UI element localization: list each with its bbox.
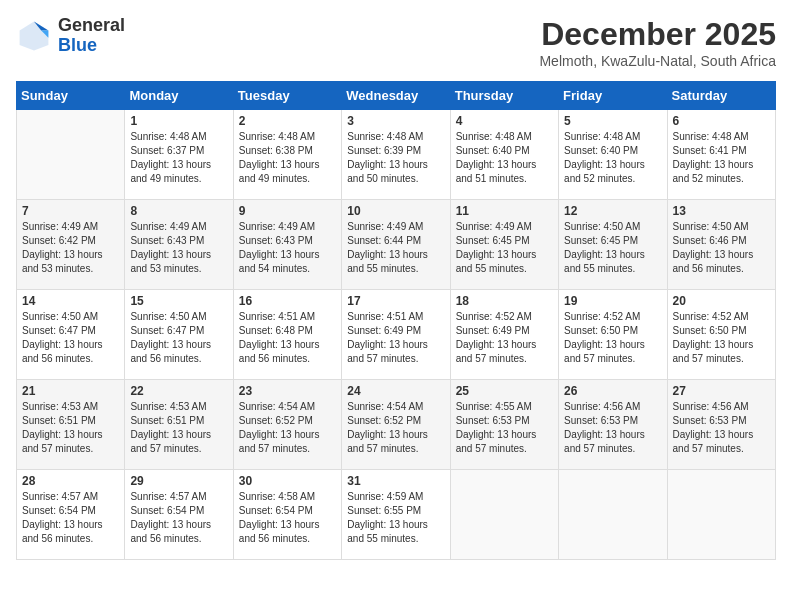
cell-content: Sunrise: 4:48 AMSunset: 6:40 PMDaylight:… (456, 130, 553, 186)
day-number: 16 (239, 294, 336, 308)
cell-content: Sunrise: 4:48 AMSunset: 6:37 PMDaylight:… (130, 130, 227, 186)
cell-content: Sunrise: 4:52 AMSunset: 6:49 PMDaylight:… (456, 310, 553, 366)
cell-content: Sunrise: 4:50 AMSunset: 6:45 PMDaylight:… (564, 220, 661, 276)
cell-content: Sunrise: 4:49 AMSunset: 6:45 PMDaylight:… (456, 220, 553, 276)
cell-content: Sunrise: 4:48 AMSunset: 6:40 PMDaylight:… (564, 130, 661, 186)
calendar-cell: 23 Sunrise: 4:54 AMSunset: 6:52 PMDaylig… (233, 380, 341, 470)
day-number: 3 (347, 114, 444, 128)
day-number: 22 (130, 384, 227, 398)
cell-content: Sunrise: 4:52 AMSunset: 6:50 PMDaylight:… (673, 310, 770, 366)
day-number: 17 (347, 294, 444, 308)
calendar-week-2: 7 Sunrise: 4:49 AMSunset: 6:42 PMDayligh… (17, 200, 776, 290)
logo-icon (16, 18, 52, 54)
cell-content: Sunrise: 4:59 AMSunset: 6:55 PMDaylight:… (347, 490, 444, 546)
calendar-cell: 25 Sunrise: 4:55 AMSunset: 6:53 PMDaylig… (450, 380, 558, 470)
cell-content: Sunrise: 4:49 AMSunset: 6:43 PMDaylight:… (239, 220, 336, 276)
day-number: 8 (130, 204, 227, 218)
day-number: 24 (347, 384, 444, 398)
calendar-cell: 9 Sunrise: 4:49 AMSunset: 6:43 PMDayligh… (233, 200, 341, 290)
calendar-cell: 4 Sunrise: 4:48 AMSunset: 6:40 PMDayligh… (450, 110, 558, 200)
cell-content: Sunrise: 4:49 AMSunset: 6:42 PMDaylight:… (22, 220, 119, 276)
day-number: 7 (22, 204, 119, 218)
calendar-cell: 21 Sunrise: 4:53 AMSunset: 6:51 PMDaylig… (17, 380, 125, 470)
cell-content: Sunrise: 4:49 AMSunset: 6:44 PMDaylight:… (347, 220, 444, 276)
day-number: 15 (130, 294, 227, 308)
calendar-cell: 24 Sunrise: 4:54 AMSunset: 6:52 PMDaylig… (342, 380, 450, 470)
cell-content: Sunrise: 4:52 AMSunset: 6:50 PMDaylight:… (564, 310, 661, 366)
logo-blue: Blue (58, 35, 97, 55)
cell-content: Sunrise: 4:55 AMSunset: 6:53 PMDaylight:… (456, 400, 553, 456)
day-number: 14 (22, 294, 119, 308)
day-number: 25 (456, 384, 553, 398)
day-number: 18 (456, 294, 553, 308)
day-number: 12 (564, 204, 661, 218)
weekday-header-saturday: Saturday (667, 82, 775, 110)
calendar-cell: 17 Sunrise: 4:51 AMSunset: 6:49 PMDaylig… (342, 290, 450, 380)
calendar-cell: 16 Sunrise: 4:51 AMSunset: 6:48 PMDaylig… (233, 290, 341, 380)
day-number: 5 (564, 114, 661, 128)
calendar-cell (667, 470, 775, 560)
page-header: General Blue December 2025 Melmoth, KwaZ… (16, 16, 776, 69)
calendar-week-3: 14 Sunrise: 4:50 AMSunset: 6:47 PMDaylig… (17, 290, 776, 380)
calendar-cell: 14 Sunrise: 4:50 AMSunset: 6:47 PMDaylig… (17, 290, 125, 380)
calendar-cell: 19 Sunrise: 4:52 AMSunset: 6:50 PMDaylig… (559, 290, 667, 380)
day-number: 10 (347, 204, 444, 218)
cell-content: Sunrise: 4:54 AMSunset: 6:52 PMDaylight:… (239, 400, 336, 456)
cell-content: Sunrise: 4:53 AMSunset: 6:51 PMDaylight:… (22, 400, 119, 456)
calendar-cell: 22 Sunrise: 4:53 AMSunset: 6:51 PMDaylig… (125, 380, 233, 470)
cell-content: Sunrise: 4:56 AMSunset: 6:53 PMDaylight:… (564, 400, 661, 456)
calendar-cell: 18 Sunrise: 4:52 AMSunset: 6:49 PMDaylig… (450, 290, 558, 380)
location: Melmoth, KwaZulu-Natal, South Africa (539, 53, 776, 69)
calendar-cell: 8 Sunrise: 4:49 AMSunset: 6:43 PMDayligh… (125, 200, 233, 290)
calendar-cell: 15 Sunrise: 4:50 AMSunset: 6:47 PMDaylig… (125, 290, 233, 380)
calendar-cell: 29 Sunrise: 4:57 AMSunset: 6:54 PMDaylig… (125, 470, 233, 560)
day-number: 30 (239, 474, 336, 488)
title-block: December 2025 Melmoth, KwaZulu-Natal, So… (539, 16, 776, 69)
calendar-cell: 30 Sunrise: 4:58 AMSunset: 6:54 PMDaylig… (233, 470, 341, 560)
calendar-cell: 10 Sunrise: 4:49 AMSunset: 6:44 PMDaylig… (342, 200, 450, 290)
day-number: 27 (673, 384, 770, 398)
cell-content: Sunrise: 4:53 AMSunset: 6:51 PMDaylight:… (130, 400, 227, 456)
day-number: 21 (22, 384, 119, 398)
day-number: 29 (130, 474, 227, 488)
cell-content: Sunrise: 4:50 AMSunset: 6:47 PMDaylight:… (22, 310, 119, 366)
month-title: December 2025 (539, 16, 776, 53)
calendar-header-row: SundayMondayTuesdayWednesdayThursdayFrid… (17, 82, 776, 110)
calendar-cell: 26 Sunrise: 4:56 AMSunset: 6:53 PMDaylig… (559, 380, 667, 470)
weekday-header-thursday: Thursday (450, 82, 558, 110)
calendar-cell: 31 Sunrise: 4:59 AMSunset: 6:55 PMDaylig… (342, 470, 450, 560)
calendar-cell: 27 Sunrise: 4:56 AMSunset: 6:53 PMDaylig… (667, 380, 775, 470)
calendar-cell: 2 Sunrise: 4:48 AMSunset: 6:38 PMDayligh… (233, 110, 341, 200)
cell-content: Sunrise: 4:48 AMSunset: 6:39 PMDaylight:… (347, 130, 444, 186)
day-number: 23 (239, 384, 336, 398)
cell-content: Sunrise: 4:49 AMSunset: 6:43 PMDaylight:… (130, 220, 227, 276)
day-number: 28 (22, 474, 119, 488)
calendar-week-5: 28 Sunrise: 4:57 AMSunset: 6:54 PMDaylig… (17, 470, 776, 560)
calendar-cell: 7 Sunrise: 4:49 AMSunset: 6:42 PMDayligh… (17, 200, 125, 290)
calendar-cell: 1 Sunrise: 4:48 AMSunset: 6:37 PMDayligh… (125, 110, 233, 200)
day-number: 20 (673, 294, 770, 308)
day-number: 1 (130, 114, 227, 128)
calendar-week-1: 1 Sunrise: 4:48 AMSunset: 6:37 PMDayligh… (17, 110, 776, 200)
calendar-cell: 20 Sunrise: 4:52 AMSunset: 6:50 PMDaylig… (667, 290, 775, 380)
cell-content: Sunrise: 4:48 AMSunset: 6:38 PMDaylight:… (239, 130, 336, 186)
day-number: 6 (673, 114, 770, 128)
calendar-cell (17, 110, 125, 200)
cell-content: Sunrise: 4:58 AMSunset: 6:54 PMDaylight:… (239, 490, 336, 546)
day-number: 11 (456, 204, 553, 218)
day-number: 26 (564, 384, 661, 398)
calendar-cell (450, 470, 558, 560)
calendar-week-4: 21 Sunrise: 4:53 AMSunset: 6:51 PMDaylig… (17, 380, 776, 470)
weekday-header-tuesday: Tuesday (233, 82, 341, 110)
calendar-cell (559, 470, 667, 560)
day-number: 13 (673, 204, 770, 218)
cell-content: Sunrise: 4:50 AMSunset: 6:46 PMDaylight:… (673, 220, 770, 276)
calendar-cell: 12 Sunrise: 4:50 AMSunset: 6:45 PMDaylig… (559, 200, 667, 290)
cell-content: Sunrise: 4:51 AMSunset: 6:48 PMDaylight:… (239, 310, 336, 366)
day-number: 4 (456, 114, 553, 128)
calendar-cell: 3 Sunrise: 4:48 AMSunset: 6:39 PMDayligh… (342, 110, 450, 200)
calendar-cell: 13 Sunrise: 4:50 AMSunset: 6:46 PMDaylig… (667, 200, 775, 290)
day-number: 31 (347, 474, 444, 488)
cell-content: Sunrise: 4:50 AMSunset: 6:47 PMDaylight:… (130, 310, 227, 366)
cell-content: Sunrise: 4:48 AMSunset: 6:41 PMDaylight:… (673, 130, 770, 186)
